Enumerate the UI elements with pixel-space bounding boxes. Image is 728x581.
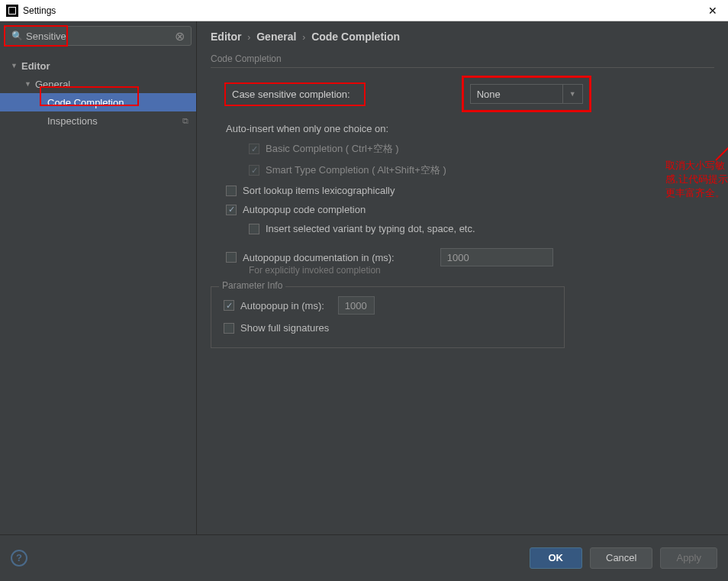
chevron-right-icon: ›	[247, 32, 250, 43]
label: Show full signatures	[240, 322, 329, 334]
chevron-down-icon: ▼	[11, 62, 18, 69]
crumb: Editor	[211, 31, 241, 43]
search-icon: 🔍	[11, 31, 23, 41]
label: Basic Completion ( Ctrl+空格 )	[266, 142, 398, 156]
row-autopopup-doc: Autopopup documentation in (ms):	[226, 248, 714, 266]
titlebar: Settings ✕	[0, 0, 728, 21]
tree-item-editor[interactable]: ▼ Editor	[0, 56, 196, 75]
crumb: General	[256, 31, 296, 43]
label: Insert selected variant by typing dot, s…	[266, 223, 475, 234]
checkbox-insert-variant[interactable]	[249, 224, 259, 234]
chevron-down-icon: ▼	[24, 80, 32, 88]
row-autopopup-code: Autopopup code completion	[211, 204, 714, 215]
checkbox-autopopup-code[interactable]	[226, 205, 237, 215]
divider	[211, 67, 714, 68]
row-auto-insert: Auto-insert when only one choice on:	[211, 123, 714, 134]
help-icon[interactable]: ?	[11, 550, 27, 566]
checkbox-show-full[interactable]	[224, 323, 234, 334]
copy-icon: ⧉	[182, 116, 188, 126]
checkbox-autopopup-in[interactable]	[224, 300, 234, 311]
checkbox-sort[interactable]	[226, 186, 237, 196]
param-ms-input[interactable]	[338, 296, 375, 315]
row-insert-variant: Insert selected variant by typing dot, s…	[211, 223, 714, 234]
hint: For explicitly invoked completion	[249, 265, 714, 276]
app-icon	[6, 5, 18, 17]
tree-label: Inspections	[47, 115, 98, 127]
label: Sort lookup items lexicographically	[243, 185, 395, 196]
checkbox-smart[interactable]	[249, 165, 259, 176]
checkbox-autopopup-doc[interactable]	[226, 252, 237, 263]
group-title: Code Completion	[211, 53, 714, 64]
crumb: Code Completion	[311, 31, 400, 43]
label: Auto-insert when only one choice on:	[226, 123, 388, 134]
case-sensitive-row: Case sensitive completion: None ▼	[224, 76, 714, 112]
button-bar: OK Cancel Apply	[530, 547, 718, 569]
case-sensitive-dropdown[interactable]: None ▼	[470, 84, 583, 104]
main-panel: Editor › General › Code Completion Code …	[197, 21, 728, 534]
chevron-down-icon: ▼	[562, 85, 576, 103]
dropdown-value: None	[477, 89, 501, 100]
annotation-box-case: Case sensitive completion:	[224, 82, 366, 106]
cancel-button[interactable]: Cancel	[590, 547, 652, 569]
annotation-box-dropdown: None ▼	[462, 76, 591, 112]
content: 🔍 ⊗ ▼ Editor ▼ General Code Completion I…	[0, 21, 728, 534]
tree-item-general[interactable]: ▼ General	[0, 75, 196, 93]
row-autopopup-in: Autopopup in (ms):	[224, 296, 552, 315]
tree-item-code-completion[interactable]: Code Completion	[0, 93, 196, 111]
label: Autopopup in (ms):	[240, 300, 324, 311]
search-input[interactable]	[26, 31, 175, 42]
tree-label: Code Completion	[47, 97, 124, 108]
search-box[interactable]: 🔍 ⊗	[5, 26, 192, 46]
case-sensitive-label: Case sensitive completion:	[226, 84, 364, 105]
apply-button[interactable]: Apply	[660, 547, 717, 569]
checkbox-basic[interactable]	[249, 144, 259, 154]
svg-line-0	[716, 130, 728, 160]
fieldset-parameter-info: Parameter Info Autopopup in (ms): Show f…	[211, 286, 565, 348]
window-title: Settings	[23, 5, 704, 16]
chevron-right-icon: ›	[302, 32, 305, 43]
settings-tree: ▼ Editor ▼ General Code Completion Inspe…	[0, 50, 196, 130]
clear-icon[interactable]: ⊗	[175, 29, 185, 44]
search-wrap: 🔍 ⊗	[0, 21, 196, 50]
sidebar: 🔍 ⊗ ▼ Editor ▼ General Code Completion I…	[0, 21, 197, 534]
close-icon[interactable]: ✕	[704, 2, 722, 20]
row-sort: Sort lookup items lexicographically	[211, 185, 714, 196]
bottombar: ? OK Cancel Apply	[0, 534, 728, 580]
tree-label: Editor	[21, 60, 50, 72]
ok-button[interactable]: OK	[530, 547, 583, 569]
row-basic: Basic Completion ( Ctrl+空格 )	[211, 142, 714, 156]
label: Smart Type Completion ( Alt+Shift+空格 )	[266, 163, 446, 177]
row-smart: Smart Type Completion ( Alt+Shift+空格 )	[211, 163, 714, 177]
label: Autopopup documentation in (ms):	[243, 252, 395, 263]
tree-item-inspections[interactable]: Inspections ⧉	[0, 111, 196, 130]
breadcrumb: Editor › General › Code Completion	[211, 31, 714, 43]
tree-label: General	[35, 79, 70, 90]
doc-ms-input[interactable]	[440, 248, 553, 266]
fieldset-legend: Parameter Info	[219, 280, 285, 291]
row-show-full: Show full signatures	[224, 322, 552, 334]
label: Autopopup code completion	[243, 204, 366, 215]
